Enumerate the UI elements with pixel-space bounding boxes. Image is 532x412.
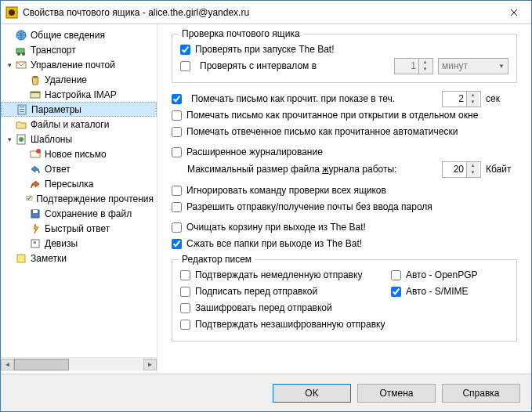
reply-icon (29, 163, 42, 175)
nav-tree: Общие сведения Транспорт Управление почт… (1, 24, 157, 374)
titlebar: Свойства почтового ящика - alice.the.gir… (1, 1, 531, 24)
settings-panel: Проверка почтового ящика Проверять при з… (157, 24, 531, 374)
svg-point-15 (19, 137, 24, 142)
scroll-left-button[interactable]: ◄ (1, 359, 14, 370)
label-ignore-checkall: Игнорировать команду проверки всех ящико… (186, 185, 386, 196)
checkbox-mark-read-show[interactable] (172, 94, 182, 104)
svg-rect-11 (20, 107, 24, 107)
scroll-right-button[interactable]: ► (143, 359, 157, 370)
tree-item-new-msg[interactable]: Новое письмо (1, 146, 157, 161)
svg-rect-20 (33, 210, 38, 213)
checkbox-confirm-immediate[interactable] (180, 270, 190, 280)
confirm-icon (25, 193, 33, 205)
label-mark-replied: Помечать отвеченное письмо как прочитанн… (186, 126, 458, 137)
tree-item-templates[interactable]: Шаблоны (1, 132, 157, 146)
cancel-button[interactable]: Отмена (357, 384, 436, 403)
tree-item-general[interactable]: Общие сведения (1, 27, 157, 42)
transport-icon (15, 44, 27, 56)
globe-icon (15, 29, 27, 42)
checkbox-ignore-checkall[interactable] (172, 186, 182, 196)
label-check-at-start: Проверять при запуске The Bat! (195, 44, 335, 55)
label-allow-nopass: Разрешить отправку/получение почты без в… (186, 201, 432, 212)
tree-item-save-file[interactable]: Сохранение в файл (1, 206, 157, 221)
label-kbyte-unit: Кбайт (486, 164, 517, 175)
checkbox-auto-pgp[interactable] (391, 270, 401, 280)
app-icon (5, 6, 18, 19)
tree-item-files[interactable]: Файлы и каталоги (1, 117, 157, 132)
svg-point-5 (22, 52, 25, 56)
horizontal-scrollbar[interactable]: ◄ ► (1, 357, 157, 370)
tree-item-read-confirm[interactable]: Подтверждение прочтения (1, 191, 157, 206)
mottos-icon: ❝ (29, 237, 42, 250)
tree-item-notes[interactable]: Заметки (1, 251, 157, 266)
svg-rect-9 (31, 92, 40, 93)
tree-item-deletion[interactable]: Удаление (1, 72, 157, 87)
svg-rect-13 (20, 111, 24, 112)
chevron-down-icon[interactable] (4, 136, 15, 143)
spinner-journal-size[interactable]: ▲▼ (442, 161, 481, 178)
checkbox-check-interval[interactable] (180, 61, 190, 71)
tree-item-transport[interactable]: Транспорт (1, 42, 157, 57)
help-button[interactable]: Справка (442, 384, 520, 403)
label-seconds-unit: сек (486, 93, 517, 104)
svg-text:❝: ❝ (33, 240, 36, 248)
svg-rect-7 (33, 76, 38, 78)
scroll-thumb[interactable] (14, 359, 69, 370)
ok-button[interactable]: OK (273, 384, 351, 403)
dialog-footer: OK Отмена Справка (1, 374, 531, 411)
label-sign: Подписать перед отправкой (195, 286, 317, 297)
combo-interval-unit[interactable]: минут ▼ (438, 58, 508, 74)
spinner-mark-read-seconds[interactable]: ▲▼ (442, 91, 481, 107)
spinner-interval[interactable]: ▲▼ (394, 58, 433, 74)
group-editor: Редактор писем Подтверждать немедленную … (172, 259, 517, 342)
label-journal-size: Максимальный размер файла журнала работы… (187, 164, 396, 175)
group-legend: Редактор писем (179, 254, 255, 265)
checkbox-check-at-start[interactable] (180, 45, 190, 55)
svg-point-1 (9, 9, 15, 16)
new-msg-icon (29, 148, 42, 161)
label-mark-read-show: Помечать письмо как прочит. при показе в… (191, 93, 395, 104)
tree-item-params[interactable]: Параметры (1, 102, 157, 117)
params-icon (16, 103, 28, 116)
svg-rect-12 (20, 109, 24, 110)
tree-item-reply[interactable]: Ответ (1, 161, 157, 176)
checkbox-empty-trash[interactable] (172, 222, 182, 233)
checkbox-mark-read-open[interactable] (172, 110, 182, 121)
label-check-interval: Проверять с интервалом в (200, 60, 389, 71)
checkbox-ext-journal[interactable] (172, 147, 182, 157)
checkbox-compact[interactable] (172, 239, 182, 249)
tree-item-quick-reply[interactable]: Быстрый ответ (1, 221, 157, 236)
forward-icon (29, 178, 42, 190)
label-confirm-immediate: Подтверждать немедленную отправку (195, 269, 362, 280)
label-confirm-unenc: Подтверждать незашифрованную отправку (195, 319, 385, 330)
tree-item-forward[interactable]: Пересылка (1, 176, 157, 191)
label-mark-read-open: Помечать письмо как прочитанное при откр… (186, 110, 478, 121)
close-button[interactable] (496, 1, 531, 23)
tree-item-imap[interactable]: Настройка IMAP (1, 87, 157, 102)
svg-rect-23 (17, 255, 25, 262)
checkbox-mark-replied[interactable] (172, 127, 182, 137)
svg-point-4 (17, 52, 20, 56)
imap-icon (29, 89, 42, 101)
checkbox-encrypt[interactable] (180, 303, 190, 313)
checkbox-confirm-unenc[interactable] (180, 320, 190, 330)
chevron-down-icon[interactable] (4, 61, 15, 69)
label-empty-trash: Очищать корзину при выходе из The Bat! (186, 222, 366, 233)
tree-item-mail-mgmt[interactable]: Управление почтой (1, 57, 157, 72)
save-icon (29, 208, 42, 220)
chevron-down-icon: ▼ (498, 63, 505, 70)
quick-reply-icon (29, 222, 42, 235)
svg-point-17 (36, 149, 41, 154)
dialog-window: Свойства почтового ящика - alice.the.gir… (0, 0, 532, 412)
label-auto-pgp: Авто - OpenPGP (406, 269, 478, 280)
tree-item-mottos[interactable]: ❝ Девизы (1, 236, 157, 251)
label-compact: Сжать все папки при выходе из The Bat! (186, 238, 362, 249)
mail-icon (15, 59, 27, 71)
window-title: Свойства почтового ящика - alice.the.gir… (23, 7, 496, 18)
checkbox-auto-smime[interactable] (391, 287, 401, 297)
label-auto-smime: Авто - S/MIME (406, 286, 468, 297)
group-legend: Проверка почтового ящика (179, 28, 303, 39)
label-encrypt: Зашифровать перед отправкой (195, 302, 332, 313)
checkbox-sign[interactable] (180, 287, 190, 297)
checkbox-allow-nopass[interactable] (172, 202, 182, 212)
